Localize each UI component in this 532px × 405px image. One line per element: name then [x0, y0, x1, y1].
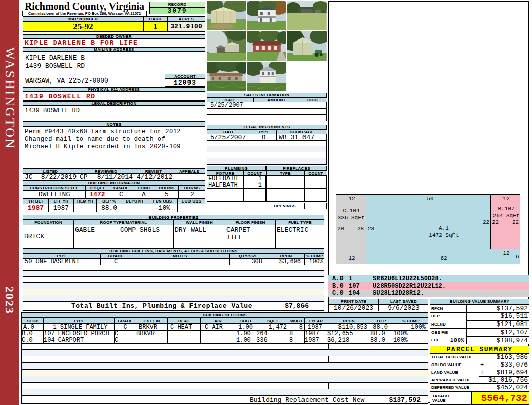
- cell: $110,853: [327, 323, 370, 330]
- fireplace-type-header: TYPE: [266, 171, 304, 175]
- print-date-value: 10/26/2023: [328, 304, 379, 311]
- account-label: ACCOUNT: [165, 74, 205, 79]
- photo-sheds-among-trees[interactable]: [207, 31, 246, 61]
- fixture-count-header: COUNT: [243, 171, 266, 175]
- cell: BRKVR: [136, 323, 167, 330]
- photo-white-farmhouse-behind-corn[interactable]: [247, 62, 287, 91]
- sketch-code-row-b: B.0 107 U28R50SD22R12U22L12.: [328, 282, 529, 290]
- sales-amount-header: AMOUNT: [253, 97, 299, 102]
- bi-type-header: TYPE: [23, 253, 100, 258]
- bvs-sign: -: [467, 329, 474, 336]
- building-value-summary-label: BUILDING VALUE SUMMARY: [430, 299, 529, 304]
- notes-line-1: Perm #9443 40x60 farm structure for 2012: [25, 128, 205, 136]
- bvs-amount: $121,081: [474, 320, 529, 328]
- cell: [200, 337, 236, 343]
- sqft-header: SQFT: [256, 318, 289, 323]
- remyr-value: [73, 204, 96, 212]
- fixture-header: FIXTURE: [207, 171, 243, 175]
- grade-header: GRADE: [114, 318, 136, 323]
- cell: 264: [256, 330, 289, 337]
- deeded-owner-value: KIPLE DARLENE B FOR LIFE: [23, 39, 205, 46]
- record-value: 3079: [149, 7, 205, 14]
- code-vector: SU28L12D28R12.: [373, 290, 424, 297]
- cell: $12,655: [327, 330, 370, 337]
- code-sec: C.0: [328, 290, 349, 297]
- sign: -: [479, 384, 486, 391]
- openings-label: OPENINGS: [265, 202, 305, 209]
- foundation-header: FOUNDATION: [23, 220, 73, 225]
- photo-field-with-distant-buildings[interactable]: [287, 1, 327, 30]
- photo-brick-ranch-house[interactable]: [247, 31, 287, 61]
- dim-b-left: 22: [492, 220, 499, 225]
- spine-sidebar: WASHINGTON 2023: [0, 0, 19, 405]
- empty-row: [207, 140, 326, 146]
- dim-b-top: 12: [503, 196, 509, 202]
- foundation-value: BRICK: [23, 225, 73, 248]
- cell: C.0: [21, 337, 43, 343]
- photo-tan-metal-shed[interactable]: [207, 1, 246, 30]
- built-ins-total-value: $7,866: [285, 302, 309, 310]
- sales-date-header: DATE: [207, 97, 253, 102]
- photo-metal-barn-with-tractor[interactable]: [287, 31, 327, 61]
- ecoobs-header: ECO OBS: [177, 198, 205, 204]
- mailing-address-label: MAILING ADDRESS: [23, 47, 205, 52]
- bvs-rpcn-label: RPCN: [430, 304, 466, 312]
- notes-line-2: Changed mail to name due to death of: [25, 136, 205, 143]
- appraised-label: APPRAISED VALUE: [430, 376, 479, 383]
- cell: 107 ENCLOSED PORCH: [43, 330, 114, 337]
- roof-material-value: COMP SHGLS: [120, 226, 160, 234]
- bi-grade-value: C: [100, 258, 131, 265]
- acres-value: 321.9100: [167, 21, 205, 32]
- legal-description-value: 1439 BOSWELL RD: [23, 106, 205, 122]
- cell: C: [114, 323, 136, 330]
- empty-row: [23, 271, 324, 277]
- map-number-label: MAP NUMBER: [23, 16, 143, 21]
- bvs-sign: -: [467, 313, 474, 320]
- sketch-a-name: A.1: [439, 226, 449, 231]
- listed-by: JC: [23, 173, 33, 180]
- depovr-value: [122, 204, 147, 212]
- bvs-lcf-value: $108,974: [466, 336, 529, 344]
- bvs-rpcn-value: $137,592: [466, 304, 529, 312]
- empty-cell: [207, 188, 243, 195]
- cell: A.0: [21, 323, 43, 330]
- building-value-summary: RPCN $137,592 DEP -$16,511 RCLND $121,08…: [430, 304, 529, 344]
- building-properties-values: BRICK GABLE COMP SHGLS DRY WALL CARPET T…: [23, 225, 324, 249]
- empty-cell: [207, 195, 243, 201]
- cell: 1987: [304, 337, 327, 343]
- empty-cell: [304, 195, 327, 201]
- bvs-rclnd-label: RCLND: [430, 320, 466, 328]
- reviewed-value: CP 8/11/2014: [78, 173, 134, 180]
- reviewed-header: REVIEWED: [78, 169, 134, 173]
- deferred-label: DEFERRED VALUE: [430, 383, 479, 391]
- dim-a-top: 50: [427, 196, 433, 202]
- built-ins-label: BUILDING BUILT INS, BASEMENTS, ATTICS & …: [23, 248, 324, 253]
- empty-cell: [266, 195, 304, 201]
- fuel-type-header: FUEL TYPE: [275, 220, 324, 225]
- instrument-empty-rows: [207, 140, 327, 165]
- dim-below-b: 12: [503, 251, 509, 256]
- fireplace-rows: [266, 175, 327, 202]
- cell: 336: [256, 337, 289, 343]
- cell: [200, 330, 236, 337]
- bdrms-value: 2: [178, 190, 205, 198]
- rooms-header: ROOMS: [155, 185, 178, 190]
- replacement-cost-value: $137,592: [389, 396, 421, 404]
- depovr-header: DEPOVR: [122, 198, 147, 204]
- amount: $819,694: [486, 369, 529, 376]
- dim-c-left: 28: [337, 226, 344, 232]
- bvs-amount: $12,107: [474, 329, 529, 336]
- mailing-city-line: WARSAW, VA 22572-0000: [25, 77, 108, 85]
- cond-header: COND: [133, 185, 155, 190]
- empty-row: [22, 343, 428, 350]
- cond-value: A: [133, 190, 155, 198]
- bi-notes-value: [131, 258, 229, 265]
- property-record-card: WASHINGTON 2023 Richmond County, Virgini…: [0, 0, 532, 405]
- bi-type-value: 50 UNF BASEMENT: [23, 258, 100, 265]
- sketch-codes: A.0 1 SR62U6L12U22L50D28. B.0 107 U28R50…: [328, 275, 529, 297]
- photo-white-two-story-house[interactable]: [247, 1, 287, 30]
- cell: 104 CARPORT: [43, 337, 114, 343]
- openings-value: [304, 202, 327, 209]
- photo-low-farm-building-behind-corn[interactable]: [207, 62, 246, 91]
- instrument-row: 5/25/2007 D WB 31 647: [207, 134, 327, 141]
